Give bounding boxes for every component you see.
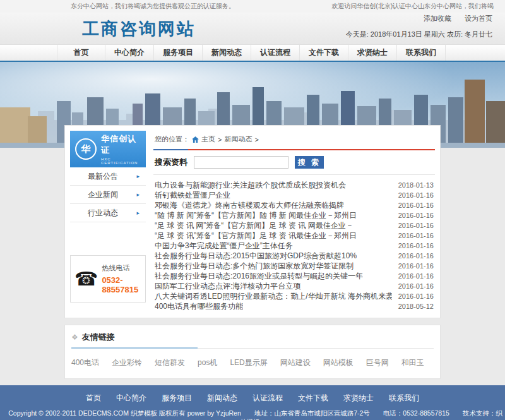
sidebar: 华 华信创认证 HXC CERTIFICATION 最新公告 ▸ 企业新闻 ▸ …	[70, 131, 146, 303]
news-title-link[interactable]: 电力设备与新能源行业:关注超跌个股优质成长股投资机会	[155, 181, 346, 189]
hotline-label: 热线电话	[102, 263, 141, 273]
friend-link[interactable]: 网站模板	[323, 357, 354, 368]
site-logo: 工商咨询网站	[82, 18, 196, 40]
footer-nav-about[interactable]: 中心简介	[116, 393, 146, 404]
news-date: 2018-05-12	[398, 303, 434, 310]
header-right: 添加收藏 设为首页 今天是: 2018年01月13日 星期六 农历: 冬月廿七	[346, 14, 492, 39]
content-wrapper: 华 华信创认证 HXC CERTIFICATION 最新公告 ▸ 企业新闻 ▸ …	[64, 125, 441, 379]
sidebar-item-industry-news[interactable]: 行业动态 ▸	[70, 204, 146, 222]
news-row: “足 球 资 讯 网”筹备“【官方新闻】足 球 资 讯 网最佳企业－2016-0…	[155, 222, 434, 230]
news-title-link[interactable]: 斩钉截铁处置僵尸企业	[155, 191, 230, 200]
footer-phone: 电话：0532-88557815	[383, 409, 449, 417]
news-date: 2016-01-16	[398, 262, 434, 270]
breadcrumb-home[interactable]: 主页	[201, 135, 215, 144]
search-input[interactable]	[194, 156, 288, 169]
chevron-right-icon: ▸	[136, 191, 140, 198]
friend-link[interactable]: 短信群发	[155, 357, 185, 368]
footer-nav-news[interactable]: 新闻动态	[207, 393, 237, 404]
footer-nav-process[interactable]: 认证流程	[252, 393, 283, 404]
news-title-link[interactable]: 中国力争3年完成处置“僵尸企业”主体任务	[155, 242, 293, 250]
footer-address: 地址：山东省青岛市城阳区营城路7-2号	[254, 409, 370, 417]
news-row: 400电话具有哪些服务功能2018-05-12	[155, 303, 434, 311]
friend-link[interactable]: 和田玉	[401, 357, 424, 368]
news-row: 邓银海《道德龙》终南古镇楼观发布大师任法融亲临揭牌2016-01-16	[155, 201, 434, 210]
telephone-icon: ☎	[74, 270, 98, 289]
header: 东分中心网站，我们将竭诚为您提供客观公正的认证服务。 欢迎访问华信创(北京)认证…	[0, 0, 505, 44]
news-row: “足 球 资 讯”筹备“【官方新闻】足 球 资 讯最佳企业－郑州日2016-01…	[155, 232, 434, 240]
nav-item-about[interactable]: 中心简介	[105, 45, 154, 61]
friend-link[interactable]: 企业彩铃	[112, 357, 142, 368]
nav-item-news[interactable]: 新闻动态	[203, 45, 251, 61]
friend-link[interactable]: 400电话	[71, 357, 99, 368]
news-date: 2018-01-13	[398, 181, 434, 189]
chevron-right-icon: ▸	[136, 210, 140, 216]
main-nav: 首页 中心简介 服务项目 新闻动态 认证流程 文件下载 求贤纳士 联系我们	[0, 44, 505, 62]
marquee-right: 欢迎访问华信创(北京)认证中心山东分中心网站，我们将竭	[331, 2, 494, 11]
friend-links-box: ❖ 友情链接 400电话 企业彩铃 短信群发 pos机 LED显示屏 网站建设 …	[64, 325, 441, 379]
news-list: 电力设备与新能源行业:关注超跌个股优质成长股投资机会2018-01-13 斩钉截…	[153, 175, 435, 311]
news-row: “随 博 新 闻”筹备“【官方新闻】随 博 新 闻最佳企业－郑州日2016-01…	[155, 212, 434, 220]
news-row: 社会服务行业每日动态:多个热门旅游国家放宽对华签证限制2016-01-16	[155, 262, 434, 270]
footer-nav-jobs[interactable]: 求贤纳士	[343, 393, 374, 404]
friend-links-row: 400电话 企业彩铃 短信群发 pos机 LED显示屏 网站建设 网站模板 巨号…	[71, 357, 434, 368]
hotline-box: ☎ 热线电话 0532-88557815	[70, 255, 146, 303]
chevron-right-icon: ▸	[136, 173, 140, 179]
sidebar-item-company-news[interactable]: 企业新闻 ▸	[70, 186, 146, 204]
footer-nav-contact[interactable]: 联系我们	[389, 393, 419, 404]
news-title-link[interactable]: “随 博 新 闻”筹备“【官方新闻】随 博 新 闻最佳企业－郑州日	[155, 212, 357, 220]
footer: 首页 中心简介 服务项目 新闻动态 认证流程 文件下载 求贤纳士 联系我们 Co…	[0, 385, 505, 420]
today-date: 今天是: 2018年01月13日 星期六 农历: 冬月廿七	[346, 30, 492, 39]
friend-link[interactable]: 巨号网	[366, 357, 389, 368]
news-title-link[interactable]: 社会服务行业每日动态:2016旅游业或是转型与崛起的关键一年	[155, 272, 363, 280]
brand-subtitle: HXC CERTIFICATION	[101, 157, 141, 165]
friend-link[interactable]: LED显示屏	[230, 357, 267, 368]
sidebar-item-announcements[interactable]: 最新公告 ▸	[70, 167, 146, 186]
news-date: 2016-01-16	[398, 272, 434, 280]
breadcrumb-prefix: 您的位置：	[155, 135, 189, 144]
news-title-link[interactable]: 社会服务行业每日动态:多个热门旅游国家放宽对华签证限制	[155, 262, 354, 270]
nav-item-contact[interactable]: 联系我们	[397, 45, 446, 61]
news-title-link[interactable]: 邓银海《道德龙》终南古镇楼观发布大师任法融亲临揭牌	[155, 201, 344, 210]
news-row: 电力设备与新能源行业:关注超跌个股优质成长股投资机会2018-01-13	[155, 181, 434, 189]
footer-copyright: Copyright © 2002-2011 DEDECMS.COM 织梦模板 版…	[0, 409, 505, 420]
hotline-number: 0532-88557815	[102, 275, 141, 294]
news-row: 国防军工行业动态点评:海洋核动力平台立项2016-01-16	[155, 282, 434, 291]
footer-nav-downloads[interactable]: 文件下载	[298, 393, 328, 404]
nav-item-process[interactable]: 认证流程	[251, 45, 300, 61]
news-title-link[interactable]: 400电话具有哪些服务功能	[155, 303, 243, 311]
main-content-box: 华 华信创认证 HXC CERTIFICATION 最新公告 ▸ 企业新闻 ▸ …	[64, 125, 441, 318]
news-title-link[interactable]: “足 球 资 讯”筹备“【官方新闻】足 球 资 讯最佳企业－郑州日	[155, 232, 357, 240]
news-date: 2016-01-16	[398, 232, 434, 239]
brand-name: 华信创认证	[101, 133, 141, 156]
search-button[interactable]: 搜 索	[295, 156, 324, 169]
nav-item-services[interactable]: 服务项目	[154, 45, 203, 61]
friend-link[interactable]: pos机	[198, 357, 217, 368]
news-title-link[interactable]: 国防军工行业动态点评:海洋核动力平台立项	[155, 282, 300, 291]
set-home-link[interactable]: 设为首页	[465, 15, 492, 22]
nav-item-home[interactable]: 首页	[57, 45, 105, 61]
quick-links: 添加收藏 设为首页	[346, 14, 492, 23]
add-favorite-link[interactable]: 添加收藏	[424, 15, 451, 22]
footer-nav-services[interactable]: 服务项目	[162, 393, 192, 404]
news-title-link[interactable]: 社会服务行业每日动态:2015中国旅游对GDP综合贡献超10%	[155, 252, 357, 260]
brand-logo-icon: 华	[75, 138, 97, 160]
search-bar: 搜索资料 搜 索	[153, 150, 435, 175]
friend-links-title: 友情链接	[82, 332, 115, 343]
news-date: 2016-01-16	[398, 222, 434, 229]
news-title-link[interactable]: “足 球 资 讯 网”筹备“【官方新闻】足 球 资 讯 网最佳企业－	[155, 222, 354, 230]
news-date: 2016-01-16	[398, 252, 434, 260]
nav-item-jobs[interactable]: 求贤纳士	[348, 45, 397, 61]
footer-nav: 首页 中心简介 服务项目 新闻动态 认证流程 文件下载 求贤纳士 联系我们	[0, 393, 505, 404]
news-date: 2016-01-16	[398, 201, 434, 209]
breadcrumb: 您的位置： 主页 > 新闻动态 >	[153, 131, 435, 149]
friend-link[interactable]: 网站建设	[280, 357, 311, 368]
logo-row: 工商咨询网站 添加收藏 设为首页 今天是: 2018年01月13日 星期六 农历…	[0, 13, 505, 44]
footer-nav-home[interactable]: 首页	[86, 393, 101, 404]
copyright-text: Copyright © 2002-2011 DEDECMS.COM 织梦模板 版…	[8, 409, 241, 417]
content-column: 您的位置： 主页 > 新闻动态 > 搜索资料 搜 索 电力设备与新能源行业:关注…	[153, 131, 435, 313]
breadcrumb-current[interactable]: 新闻动态	[224, 135, 252, 144]
nav-item-downloads[interactable]: 文件下载	[300, 45, 348, 61]
news-date: 2016-01-16	[398, 292, 434, 300]
news-title-link[interactable]: 八大关键词看透LED照明行业最新动态：勤上/华灿开新坑 海外商机来袭	[155, 292, 392, 301]
marquee-left: 东分中心网站，我们将竭诚为您提供客观公正的认证服务。	[71, 2, 235, 11]
